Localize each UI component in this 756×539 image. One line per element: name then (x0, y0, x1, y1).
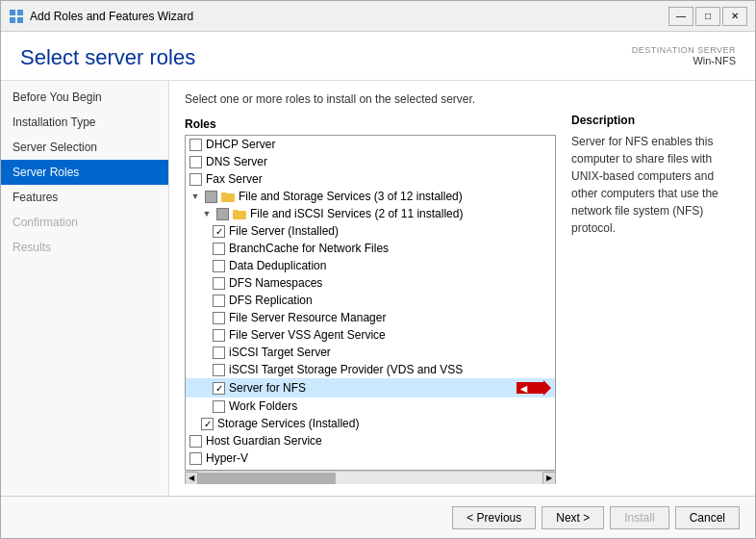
sidebar-item-features[interactable]: Features (1, 185, 168, 210)
h-scroll-track[interactable] (198, 472, 542, 485)
checkbox-server-for-nfs[interactable] (213, 382, 225, 395)
role-item-host-guardian[interactable]: Host Guardian Service (186, 432, 555, 449)
checkbox-iscsi-target-storage[interactable] (213, 364, 225, 376)
role-label-iscsi-target-storage: iSCSI Target Storage Provider (VDS and V… (229, 363, 551, 376)
cancel-button[interactable]: Cancel (675, 506, 740, 529)
role-item-file-vss[interactable]: File Server VSS Agent Service (186, 326, 555, 344)
expand-icon-file-iscsi[interactable]: ▼ (201, 208, 213, 219)
role-item-dns-server[interactable]: DNS Server (186, 153, 555, 170)
roles-list[interactable]: DHCP Server DNS Server Fax Server (185, 135, 556, 471)
role-label-host-guardian: Host Guardian Service (206, 434, 551, 448)
install-button[interactable]: Install (610, 506, 668, 529)
description-header: Description (571, 114, 740, 127)
roles-header: Roles (185, 114, 556, 135)
minimize-button[interactable]: — (668, 7, 693, 26)
title-bar-left: Add Roles and Features Wizard (9, 9, 193, 24)
role-item-hyper-v[interactable]: Hyper-V (186, 449, 555, 467)
maximize-button[interactable]: □ (695, 7, 720, 26)
role-label-file-storage: File and Storage Services (3 of 12 insta… (239, 190, 551, 203)
expand-icon-file-storage[interactable]: ▼ (189, 191, 201, 202)
description-panel: Description Server for NFS enables this … (571, 114, 740, 484)
checkbox-dns-server[interactable] (189, 156, 202, 168)
role-item-iscsi-target-server[interactable]: iSCSI Target Server (186, 344, 555, 361)
checkbox-hyper-v[interactable] (189, 452, 202, 465)
checkbox-storage-services[interactable] (201, 418, 214, 430)
page-title: Select server roles (20, 45, 195, 70)
wizard-icon (9, 9, 24, 24)
role-item-fax-server[interactable]: Fax Server (186, 170, 555, 188)
previous-button[interactable]: < Previous (452, 506, 536, 529)
destination-label: DESTINATION SERVER (632, 45, 736, 55)
checkbox-file-vss[interactable] (213, 329, 225, 342)
horizontal-scrollbar[interactable]: ◀ ▶ (185, 471, 556, 484)
role-label-server-for-nfs: Server for NFS (229, 381, 509, 395)
title-bar: Add Roles and Features Wizard — □ ✕ (1, 1, 755, 32)
role-label-hyper-v: Hyper-V (206, 451, 551, 465)
checkbox-iscsi-target-server[interactable] (213, 346, 225, 359)
footer: < Previous Next > Install Cancel (1, 496, 755, 538)
role-item-dfs-namespaces[interactable]: DFS Namespaces (186, 274, 555, 292)
role-item-file-storage[interactable]: ▼ File and Storage Services (3 of 12 ins… (186, 188, 555, 205)
destination-info: DESTINATION SERVER Win-NFS (632, 45, 736, 66)
role-item-file-iscsi[interactable]: ▼ File and iSCSI Services (2 of 11 insta… (186, 205, 555, 222)
checkbox-fax-server[interactable] (189, 173, 202, 186)
folder-icon-file-storage (221, 191, 235, 202)
checkbox-file-resource-manager[interactable] (213, 312, 225, 324)
svg-marker-9 (543, 380, 551, 396)
role-item-dhcp-server[interactable]: DHCP Server (186, 136, 555, 153)
arrow-indicator: ◀ (517, 380, 551, 396)
close-button[interactable]: ✕ (722, 7, 747, 26)
svg-rect-3 (17, 17, 23, 23)
checkbox-host-guardian[interactable] (189, 435, 202, 448)
role-label-dfs-namespaces: DFS Namespaces (229, 276, 551, 290)
role-label-file-vss: File Server VSS Agent Service (229, 328, 551, 342)
role-item-data-dedup[interactable]: Data Deduplication (186, 257, 555, 274)
role-item-work-folders[interactable]: Work Folders (186, 398, 555, 415)
role-item-storage-services[interactable]: Storage Services (Installed) (186, 415, 555, 432)
sidebar-item-installation-type[interactable]: Installation Type (1, 110, 168, 135)
description-text: Server for NFS enables this computer to … (571, 133, 740, 237)
destination-server: Win-NFS (632, 55, 736, 66)
checkbox-branchcache[interactable] (213, 243, 225, 255)
main-body: Before You Begin Installation Type Serve… (1, 81, 755, 496)
scroll-right-btn[interactable]: ▶ (542, 472, 556, 485)
role-label-file-resource-manager: File Server Resource Manager (229, 311, 551, 324)
role-item-file-resource-manager[interactable]: File Server Resource Manager (186, 309, 555, 326)
checkbox-dhcp-server[interactable] (189, 139, 202, 151)
header-section: Select server roles DESTINATION SERVER W… (1, 32, 755, 81)
svg-rect-2 (10, 17, 15, 23)
checkbox-file-server[interactable] (213, 225, 225, 238)
instruction-text: Select one or more roles to install on t… (185, 92, 740, 106)
wizard-window: Add Roles and Features Wizard — □ ✕ Sele… (0, 0, 756, 539)
role-label-dns-server: DNS Server (206, 155, 551, 168)
role-label-storage-services: Storage Services (Installed) (217, 417, 551, 430)
role-item-branchcache[interactable]: BranchCache for Network Files (186, 240, 555, 257)
role-item-server-for-nfs[interactable]: Server for NFS ◀ (186, 378, 555, 398)
sidebar-item-server-selection[interactable]: Server Selection (1, 135, 168, 160)
window-title: Add Roles and Features Wizard (30, 10, 193, 23)
checkbox-file-storage[interactable] (205, 191, 217, 203)
role-label-work-folders: Work Folders (229, 399, 551, 413)
role-label-branchcache: BranchCache for Network Files (229, 242, 551, 255)
content-area: Select server roles DESTINATION SERVER W… (1, 32, 755, 538)
checkbox-dfs-replication[interactable] (213, 295, 225, 307)
checkbox-work-folders[interactable] (213, 400, 225, 413)
scroll-left-btn[interactable]: ◀ (185, 472, 198, 485)
folder-icon-file-iscsi (233, 208, 246, 219)
role-item-dfs-replication[interactable]: DFS Replication (186, 292, 555, 309)
role-item-iscsi-target-storage[interactable]: iSCSI Target Storage Provider (VDS and V… (186, 361, 555, 378)
svg-rect-0 (10, 10, 15, 15)
sidebar-item-before-you-begin[interactable]: Before You Begin (1, 85, 168, 110)
sidebar-item-results: Results (1, 235, 168, 260)
svg-rect-1 (17, 10, 23, 15)
checkbox-file-iscsi[interactable] (216, 208, 229, 220)
role-item-file-server[interactable]: File Server (Installed) (186, 222, 555, 240)
next-button[interactable]: Next > (542, 506, 604, 529)
content-panel: Select one or more roles to install on t… (169, 81, 755, 496)
svg-rect-7 (233, 210, 239, 213)
checkbox-dfs-namespaces[interactable] (213, 277, 225, 290)
checkbox-data-dedup[interactable] (213, 260, 225, 272)
sidebar-item-server-roles[interactable]: Server Roles (1, 160, 168, 185)
role-label-file-server: File Server (Installed) (229, 224, 551, 238)
h-scroll-thumb (198, 473, 336, 484)
